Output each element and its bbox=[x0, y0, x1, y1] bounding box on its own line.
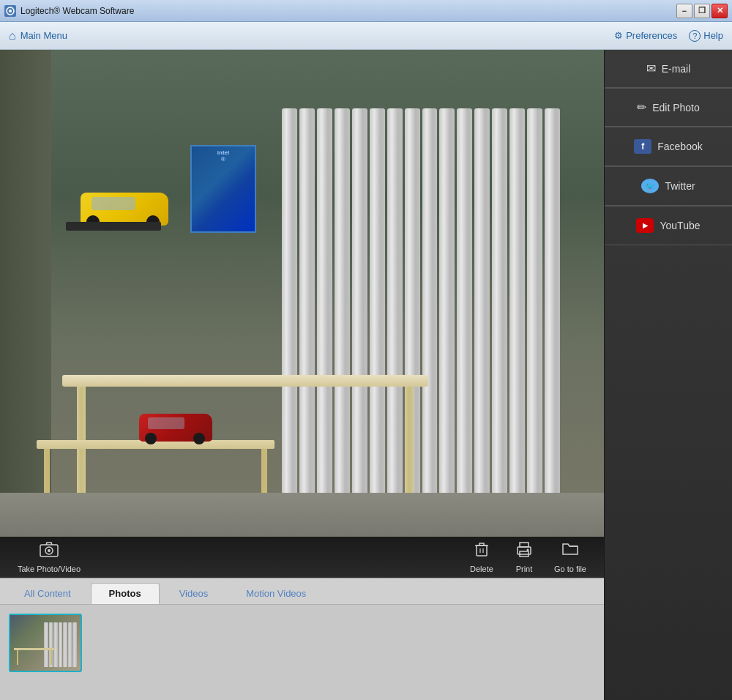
delete-label: Delete bbox=[470, 565, 493, 573]
photo-scene: intel® bbox=[0, 50, 604, 537]
floor bbox=[0, 493, 604, 537]
twitter-label: Twitter bbox=[665, 180, 695, 192]
radiator-section bbox=[474, 108, 490, 493]
step-legs bbox=[37, 449, 274, 496]
thumb-rad-section bbox=[72, 622, 77, 667]
tab-photos[interactable]: Photos bbox=[91, 583, 160, 604]
step-leg-left bbox=[44, 449, 50, 496]
toolbar: Take Photo/Video Delete bbox=[0, 537, 604, 578]
goto-file-label: Go to file bbox=[554, 565, 586, 573]
book-base bbox=[66, 222, 161, 231]
svg-point-9 bbox=[526, 549, 529, 551]
title-bar-left: Logitech® Webcam Software bbox=[4, 5, 134, 17]
center-area: intel® bbox=[0, 50, 604, 700]
tab-all-content[interactable]: All Content bbox=[6, 583, 89, 604]
app-icon bbox=[4, 5, 16, 17]
gear-icon: ⚙ bbox=[614, 30, 623, 41]
radiator-section bbox=[439, 108, 455, 493]
radiator-section bbox=[457, 108, 472, 493]
thumb-leg-right bbox=[51, 650, 52, 665]
gallery bbox=[0, 605, 604, 700]
radiator-section bbox=[545, 108, 560, 493]
tab-videos[interactable]: Videos bbox=[161, 583, 227, 604]
tab-videos-label: Videos bbox=[179, 588, 209, 599]
red-car bbox=[139, 414, 212, 442]
preferences-label: Preferences bbox=[626, 30, 677, 41]
help-button[interactable]: ? Help bbox=[689, 30, 723, 42]
svg-point-1 bbox=[9, 10, 12, 12]
wall-left bbox=[0, 50, 51, 493]
home-icon: ⌂ bbox=[9, 29, 16, 42]
yellow-car-body bbox=[81, 193, 168, 226]
youtube-button[interactable]: ▶ YouTube bbox=[605, 206, 732, 245]
red-car-wheel-front bbox=[145, 433, 157, 444]
content-tabs-area: All Content Photos Videos Motion Videos bbox=[0, 578, 604, 700]
car-windshield bbox=[92, 197, 135, 210]
take-photo-button[interactable]: Take Photo/Video bbox=[12, 538, 86, 576]
folder-icon bbox=[561, 541, 579, 562]
main-menu-button[interactable]: ⌂ Main Menu bbox=[9, 29, 67, 42]
edit-photo-icon: ✏ bbox=[637, 100, 646, 114]
twitter-icon: 🐦 bbox=[641, 179, 659, 193]
trash-icon bbox=[474, 541, 490, 562]
radiator-section bbox=[492, 108, 507, 493]
svg-point-4 bbox=[48, 549, 51, 552]
tab-photos-label: Photos bbox=[109, 588, 141, 599]
take-photo-label: Take Photo/Video bbox=[18, 565, 81, 573]
help-label: Help bbox=[703, 30, 723, 41]
edit-photo-label: Edit Photo bbox=[652, 102, 700, 113]
email-button[interactable]: ✉ E-mail bbox=[605, 50, 732, 88]
thumb-rad-section bbox=[68, 622, 72, 667]
restore-button[interactable]: ❐ bbox=[694, 4, 710, 18]
help-icon: ? bbox=[689, 30, 701, 42]
app-title: Logitech® Webcam Software bbox=[20, 6, 134, 16]
thumb-table-legs bbox=[14, 650, 55, 665]
table-leg-right bbox=[405, 387, 414, 496]
camera-view: intel® bbox=[0, 50, 604, 537]
table-top bbox=[62, 375, 428, 387]
yellow-car bbox=[81, 193, 168, 226]
title-bar: Logitech® Webcam Software − ❐ ✕ bbox=[0, 0, 732, 22]
intel-box: intel® bbox=[190, 145, 256, 233]
camera-icon bbox=[40, 541, 59, 562]
svg-rect-5 bbox=[477, 546, 487, 556]
thumb-table bbox=[14, 648, 55, 665]
goto-file-button[interactable]: Go to file bbox=[548, 538, 592, 576]
step-leg-right bbox=[261, 449, 267, 496]
step-stool bbox=[37, 440, 274, 496]
print-label: Print bbox=[516, 565, 533, 573]
print-button[interactable]: Print bbox=[506, 538, 542, 576]
youtube-icon: ▶ bbox=[636, 218, 654, 233]
right-sidebar: ✉ E-mail ✏ Edit Photo f Facebook 🐦 Twitt… bbox=[604, 50, 732, 700]
thumb-rad-section bbox=[63, 622, 67, 667]
twitter-button[interactable]: 🐦 Twitter bbox=[605, 167, 732, 206]
facebook-button[interactable]: f Facebook bbox=[605, 127, 732, 166]
main-menu-label: Main Menu bbox=[20, 30, 67, 41]
close-button[interactable]: ✕ bbox=[712, 4, 728, 18]
thumbnail-inner bbox=[10, 615, 81, 671]
delete-button[interactable]: Delete bbox=[463, 538, 500, 576]
radiator-section bbox=[527, 108, 542, 493]
nav-bar: ⌂ Main Menu ⚙ Preferences ? Help bbox=[0, 22, 732, 50]
tab-motion-videos[interactable]: Motion Videos bbox=[228, 583, 324, 604]
thumb-rad-section bbox=[59, 622, 63, 667]
nav-right: ⚙ Preferences ? Help bbox=[614, 30, 723, 42]
red-car-body bbox=[139, 414, 212, 442]
red-car-wheel-rear bbox=[193, 433, 205, 444]
red-car-windshield bbox=[148, 417, 184, 429]
tabs-row: All Content Photos Videos Motion Videos bbox=[0, 578, 604, 605]
thumbnail-1[interactable] bbox=[9, 614, 82, 672]
email-label: E-mail bbox=[662, 63, 691, 75]
tab-motion-videos-label: Motion Videos bbox=[246, 588, 306, 599]
main-content: intel® bbox=[0, 50, 732, 700]
preferences-button[interactable]: ⚙ Preferences bbox=[614, 30, 677, 41]
edit-photo-button[interactable]: ✏ Edit Photo bbox=[605, 89, 732, 127]
email-icon: ✉ bbox=[646, 62, 656, 75]
thumb-leg-left bbox=[17, 650, 18, 665]
youtube-label: YouTube bbox=[660, 220, 700, 231]
intel-box-label: intel® bbox=[192, 146, 255, 165]
printer-icon bbox=[515, 541, 533, 562]
minimize-button[interactable]: − bbox=[676, 4, 692, 18]
facebook-label: Facebook bbox=[657, 141, 702, 152]
title-bar-controls: − ❐ ✕ bbox=[676, 4, 728, 18]
